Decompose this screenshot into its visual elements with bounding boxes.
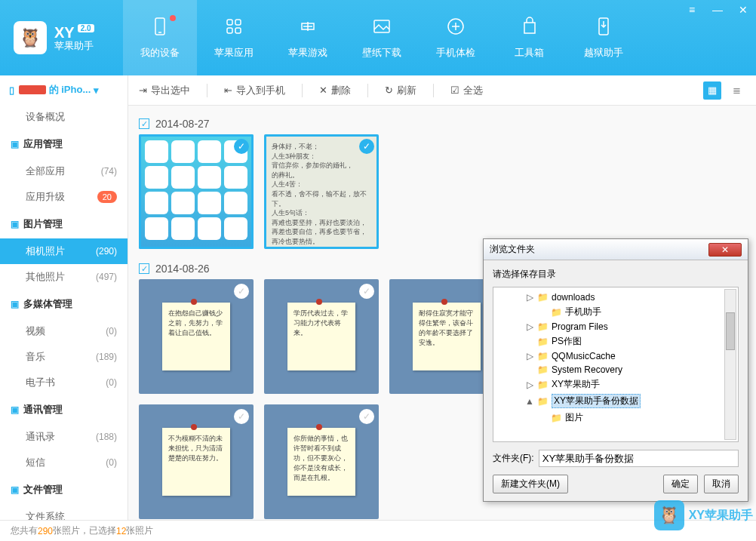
photo-thumbnail[interactable]: 不为模糊不清的未来担忧，只为清清楚楚的现在努力。✓ — [139, 404, 254, 519]
nav-label: 手机体检 — [436, 46, 475, 60]
sidebar-item[interactable]: 应用升级20 — [0, 184, 128, 210]
nav-bag[interactable]: 工具箱 — [493, 0, 567, 75]
sidebar-item[interactable]: 全部应用(74) — [0, 158, 128, 184]
grid-icon — [223, 16, 244, 41]
tree-node[interactable]: ▲📁XY苹果助手备份数据 — [496, 392, 735, 410]
sidebar-item[interactable]: 电子书(0) — [0, 370, 128, 395]
thumb-checkbox-icon[interactable]: ✓ — [234, 409, 249, 424]
folder-icon: 📁 — [537, 396, 549, 407]
tree-node[interactable]: 📁手机助手 — [496, 304, 735, 320]
photo-thumbnail[interactable]: ✓ — [139, 134, 254, 249]
sidebar-item[interactable]: 视频(0) — [0, 318, 128, 344]
group-checkbox-icon[interactable]: ✓ — [139, 118, 149, 129]
gamepad-icon — [297, 16, 318, 41]
logo-icon: 🦉 — [14, 21, 47, 54]
export-button[interactable]: ⇥导出选中 — [139, 84, 190, 97]
expand-icon[interactable]: ▷ — [525, 292, 534, 303]
device-selector[interactable]: ▯ 的 iPho... ▾ — [0, 75, 128, 104]
dialog-prompt: 请选择保存目录 — [493, 268, 739, 281]
sidebar-item[interactable]: 通讯录(188) — [0, 424, 128, 450]
date-label: 2014-08-27 — [155, 118, 210, 130]
thumb-checkbox-icon[interactable]: ✓ — [234, 284, 249, 299]
sidebar-group-image[interactable]: ▣图片管理 — [0, 210, 128, 238]
tree-node[interactable]: ▷📁XY苹果助手 — [496, 377, 735, 392]
nav-label: 苹果游戏 — [288, 46, 327, 60]
scrollbar[interactable] — [724, 289, 736, 440]
photo-thumbnail[interactable]: 学历代表过去，学习能力才代表将来。✓ — [264, 279, 379, 394]
close-button[interactable]: ✕ — [736, 3, 750, 17]
list-view-button[interactable]: ≣ — [727, 81, 745, 100]
cancel-button[interactable]: 取消 — [704, 475, 739, 493]
folder-tree[interactable]: ▷📁downloads📁手机助手▷📁Program Files📁PS作图▷📁QQ… — [493, 287, 739, 442]
apps-icon: ▣ — [11, 139, 19, 149]
sidebar-overview[interactable]: 设备概况 — [0, 104, 128, 130]
grid-view-button[interactable]: ▦ — [703, 81, 721, 100]
photo-thumbnail[interactable]: 在抱怨自己赚钱少之前，先努力，学着让自己值钱。✓ — [139, 279, 254, 394]
plus-circle-icon — [445, 16, 466, 41]
version-badge: 2.0 — [78, 24, 94, 32]
tree-node[interactable]: ▷📁Program Files — [496, 320, 735, 334]
new-folder-button[interactable]: 新建文件夹(M) — [493, 475, 568, 493]
tree-node[interactable]: 📁图片 — [496, 410, 735, 426]
sidebar-item[interactable]: 短信(0) — [0, 450, 128, 475]
tree-node[interactable]: 📁PS作图 — [496, 334, 735, 349]
app-name: XY — [54, 24, 75, 41]
thumb-checkbox-icon[interactable]: ✓ — [359, 284, 374, 299]
media-icon: ▣ — [11, 299, 19, 309]
checkbox-icon: ☑ — [450, 85, 459, 96]
tree-node[interactable]: ▷📁downloads — [496, 290, 735, 304]
sidebar-group-files[interactable]: ▣文件管理 — [0, 475, 128, 504]
scrollbar-thumb[interactable] — [726, 312, 735, 350]
date-header[interactable]: ✓2014-08-27 — [139, 113, 745, 134]
sidebar-group-media[interactable]: ▣多媒体管理 — [0, 290, 128, 318]
dialog-titlebar[interactable]: 浏览文件夹 ✕ — [484, 239, 748, 260]
nav-grid[interactable]: 苹果应用 — [197, 0, 271, 75]
thumb-checkbox-icon[interactable]: ✓ — [234, 139, 249, 154]
delete-icon: ✕ — [319, 85, 327, 96]
expand-icon[interactable]: ▷ — [525, 380, 534, 390]
folder-icon: 📁 — [537, 337, 549, 347]
nav-plus-circle[interactable]: 手机体检 — [419, 0, 493, 75]
date-label: 2014-08-26 — [155, 263, 210, 275]
import-icon: ⇤ — [224, 85, 232, 96]
expand-icon[interactable]: ▷ — [525, 321, 534, 332]
sidebar-group-contacts[interactable]: ▣通讯管理 — [0, 395, 128, 424]
sidebar-item[interactable]: 音乐(189) — [0, 344, 128, 370]
device-name: 的 iPho... — [49, 83, 91, 97]
nav-phone-arrow[interactable]: 越狱助手 — [567, 0, 641, 75]
thumb-checkbox-icon[interactable]: ✓ — [359, 409, 374, 424]
sidebar-group-apps[interactable]: ▣应用管理 — [0, 130, 128, 158]
logo-area: 🦉 XY2.0 苹果助手 — [0, 21, 108, 54]
sidebar-item[interactable]: 文件系统 — [0, 504, 128, 520]
photo-thumbnail[interactable]: 你所做的事情，也许暂时看不到成功，但不要灰心，你不是没有成长，而是在扎根。✓ — [264, 404, 379, 519]
expand-icon[interactable]: ▲ — [525, 396, 534, 407]
path-input[interactable] — [539, 450, 739, 467]
selectall-button[interactable]: ☑全选 — [450, 84, 483, 97]
tree-node[interactable]: 📁System Recovery — [496, 363, 735, 377]
nav-gamepad[interactable]: 苹果游戏 — [271, 0, 345, 75]
delete-button[interactable]: ✕删除 — [319, 84, 351, 97]
sidebar-item[interactable]: 相机照片(290) — [0, 238, 128, 264]
sidebar-item[interactable]: 其他照片(497) — [0, 264, 128, 290]
status-bar: 您共有290张照片，已选择12张照片 — [0, 520, 756, 541]
nav-label: 越狱助手 — [584, 46, 623, 60]
minimize-button[interactable]: — — [711, 3, 724, 17]
header: 🦉 XY2.0 苹果助手 我的设备苹果应用苹果游戏壁纸下载手机体检工具箱越狱助手… — [0, 0, 756, 75]
photo-thumbnail[interactable]: 身体好，不老；人生3种朋友：背信弃你，参加你的婚礼，的葬礼。人生4苦：看不透，舍… — [264, 134, 379, 249]
nav-image[interactable]: 壁纸下载 — [345, 0, 419, 75]
tree-node[interactable]: ▷📁QQMusicCache — [496, 349, 735, 363]
nav-label: 工具箱 — [515, 46, 544, 60]
dialog-close-button[interactable]: ✕ — [708, 243, 742, 257]
refresh-button[interactable]: ↻刷新 — [385, 84, 416, 97]
folder-icon: 📁 — [537, 351, 549, 361]
thumb-checkbox-icon[interactable]: ✓ — [359, 139, 374, 154]
svg-rect-2 — [227, 20, 232, 25]
expand-icon[interactable]: ▷ — [525, 351, 534, 361]
ok-button[interactable]: 确定 — [663, 475, 698, 493]
group-checkbox-icon[interactable]: ✓ — [139, 263, 149, 274]
settings-button[interactable]: ≡ — [685, 3, 699, 17]
import-button[interactable]: ⇤导入到手机 — [224, 84, 285, 97]
folder-icon: 📁 — [537, 292, 549, 303]
notification-dot-icon — [170, 15, 176, 21]
nav-phone[interactable]: 我的设备 — [123, 0, 197, 75]
